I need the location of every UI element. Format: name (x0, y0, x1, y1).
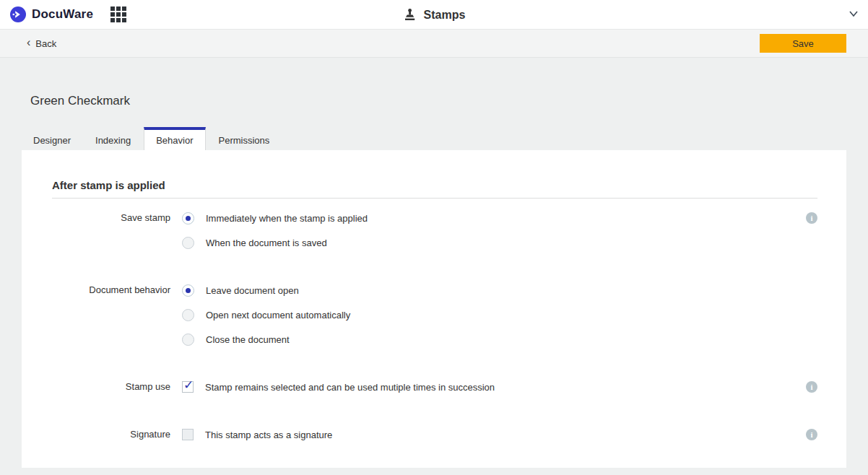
group-label: Document behavior (52, 278, 170, 352)
tab-permissions[interactable]: Permissions (207, 127, 282, 150)
chevron-left-icon: ‹ (27, 37, 30, 48)
checkbox-option-signature[interactable]: This stamp acts as a signature (182, 422, 765, 447)
app-title-group: Stamps (403, 0, 466, 30)
radio-button[interactable] (182, 237, 194, 249)
tab-strip: Designer Indexing Behavior Permissions (22, 127, 846, 150)
info-icon[interactable]: i (806, 212, 817, 224)
info-icon[interactable]: i (806, 381, 817, 393)
group-document-behavior: Document behavior Leave document open Op… (52, 278, 817, 352)
radio-option-immediately[interactable]: Immediately when the stamp is applied (182, 206, 765, 230)
checkbox[interactable] (182, 381, 194, 393)
chevron-down-icon[interactable] (848, 8, 859, 22)
option-label: This stamp acts as a signature (205, 430, 332, 440)
radio-button[interactable] (182, 334, 194, 346)
apps-grid-icon[interactable] (110, 6, 126, 22)
radio-option-open-next[interactable]: Open next document automatically (182, 302, 765, 327)
page-content: Green Checkmark Designer Indexing Behavi… (0, 94, 868, 468)
save-button[interactable]: Save (760, 34, 846, 53)
radio-button[interactable] (182, 212, 194, 225)
radio-option-when-saved[interactable]: When the document is saved (182, 230, 765, 255)
group-label: Save stamp (52, 206, 170, 255)
docuware-logo-icon (10, 6, 26, 22)
group-signature: Signature This stamp acts as a signature… (52, 422, 817, 447)
stamp-icon (403, 8, 417, 22)
behavior-form: Save stamp Immediately when the stamp is… (52, 206, 817, 447)
tab-designer[interactable]: Designer (22, 127, 82, 150)
page-title: Green Checkmark (30, 94, 846, 108)
checkbox-option-stamp-use[interactable]: Stamp remains selected and can be used m… (182, 375, 765, 399)
option-label: Stamp remains selected and can be used m… (205, 382, 495, 393)
group-label: Stamp use (52, 375, 170, 399)
option-label: Leave document open (206, 285, 299, 296)
back-button[interactable]: ‹ Back (27, 38, 56, 49)
radio-option-close-document[interactable]: Close the document (182, 327, 765, 352)
behavior-panel: After stamp is applied Save stamp Immedi… (22, 150, 846, 468)
back-label: Back (35, 38, 56, 49)
brand[interactable]: DocuWare (10, 6, 93, 22)
group-label: Signature (52, 422, 170, 447)
tab-behavior[interactable]: Behavior (144, 127, 205, 150)
checkbox[interactable] (182, 429, 194, 440)
radio-button[interactable] (182, 284, 194, 297)
group-stamp-use: Stamp use Stamp remains selected and can… (52, 375, 817, 399)
option-label: Open next document automatically (206, 310, 350, 321)
brand-name: DocuWare (32, 7, 93, 22)
option-label: Immediately when the stamp is applied (206, 213, 368, 224)
top-header: DocuWare Stamps (0, 0, 868, 30)
radio-option-leave-open[interactable]: Leave document open (182, 278, 765, 302)
tab-indexing[interactable]: Indexing (84, 127, 142, 150)
group-save-stamp: Save stamp Immediately when the stamp is… (52, 206, 817, 255)
info-icon[interactable]: i (806, 429, 817, 440)
app-title: Stamps (424, 9, 466, 22)
section-heading: After stamp is applied (52, 179, 817, 191)
radio-button[interactable] (182, 309, 194, 321)
option-label: Close the document (206, 334, 290, 345)
action-bar: ‹ Back Save (0, 30, 868, 58)
section-divider (52, 198, 817, 199)
option-label: When the document is saved (206, 238, 327, 248)
